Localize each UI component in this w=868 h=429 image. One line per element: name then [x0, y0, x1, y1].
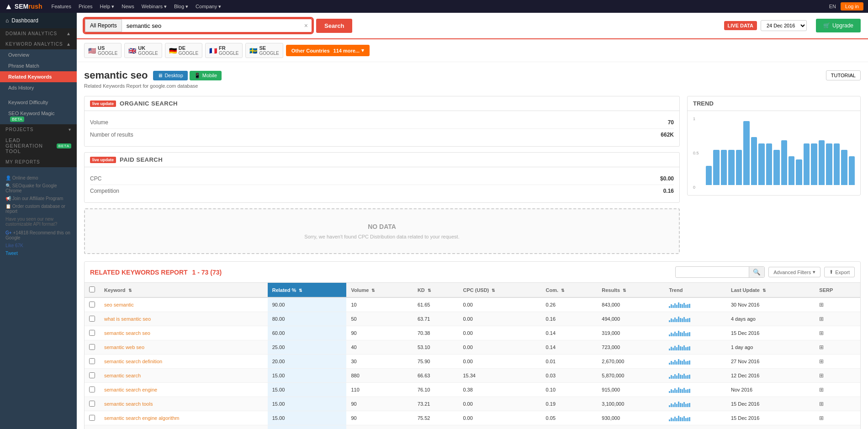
logo[interactable]: ▲ SEM rush — [5, 2, 42, 11]
all-reports-dropdown[interactable]: All Reports — [85, 19, 122, 32]
sidebar-api[interactable]: Have you seen our new customizable API f… — [5, 217, 71, 227]
sidebar-affiliate[interactable]: 📢 Join our Affiliate Program — [5, 196, 71, 201]
keyword-link[interactable]: semantic search definition — [104, 359, 162, 364]
row-checkbox[interactable] — [89, 330, 95, 336]
sidebar-item-seo-keyword-magic[interactable]: SEO Keyword Magic BETA — [0, 108, 77, 124]
filter-input[interactable] — [676, 268, 749, 277]
th-cpc[interactable]: CPC (USD) ⇅ — [458, 283, 541, 297]
row-last-update: 15 Dec 2016 — [726, 397, 815, 411]
th-keyword[interactable]: Keyword ⇅ — [100, 283, 268, 297]
row-checkbox[interactable] — [89, 302, 95, 307]
serp-icon[interactable]: ⊞ — [819, 401, 824, 407]
filter-search-button[interactable]: 🔍 — [749, 267, 764, 277]
nav-help[interactable]: Help ▾ — [100, 4, 115, 10]
keyword-link[interactable]: semantic search engine algorithm — [104, 415, 179, 421]
row-checkbox[interactable] — [89, 401, 95, 407]
row-related: 25.00 — [268, 340, 347, 355]
sidebar-section-lead-gen[interactable]: Lead Generation Tool BETA — [0, 135, 77, 157]
serp-icon[interactable]: ⊞ — [819, 415, 824, 421]
serp-icon[interactable]: ⊞ — [819, 358, 824, 365]
nav-news[interactable]: News — [122, 4, 134, 10]
search-input[interactable] — [122, 19, 301, 32]
sidebar-item-overview[interactable]: Overview — [0, 49, 77, 60]
row-trend — [664, 312, 726, 326]
th-last-update[interactable]: Last Update ⇅ — [726, 283, 815, 297]
select-all-checkbox[interactable] — [89, 286, 95, 292]
sidebar-seoquake[interactable]: 🔍 SEOquake for Google Chrome — [5, 183, 71, 193]
row-checkbox[interactable] — [89, 387, 95, 392]
keyword-link[interactable]: semantic search — [104, 373, 141, 378]
clear-search-button[interactable]: × — [301, 19, 312, 32]
mobile-button[interactable]: 📱 Mobile — [190, 71, 222, 80]
serp-icon[interactable]: ⊞ — [819, 330, 824, 336]
sidebar-section-projects[interactable]: Projects ▾ — [0, 124, 77, 135]
sidebar-google-recommend[interactable]: G+ +14818 Recommend this on Google — [5, 230, 71, 240]
flag-us[interactable]: 🇺🇸 US GOOGLE — [84, 43, 122, 58]
sidebar-facebook-like[interactable]: Like 67K — [5, 243, 71, 248]
tutorial-button[interactable]: TUTORIAL — [826, 70, 861, 80]
sidebar-tweet[interactable]: Tweet — [5, 251, 71, 256]
keyword-link[interactable]: semantic search seo — [104, 330, 150, 336]
sidebar-item-phrase-match[interactable]: Phrase Match — [0, 60, 77, 71]
th-volume[interactable]: Volume ⇅ — [346, 283, 413, 297]
row-checkbox[interactable] — [89, 358, 95, 364]
logo-sem: SEM — [15, 3, 28, 10]
flag-de[interactable]: 🇩🇪 DE GOOGLE — [165, 43, 202, 58]
th-kd[interactable]: KD ⇅ — [413, 283, 459, 297]
chart-bar — [773, 150, 779, 185]
row-results: 930,000 — [597, 411, 664, 425]
serp-icon[interactable]: ⊞ — [819, 372, 824, 379]
th-results[interactable]: Results ⇅ — [597, 283, 664, 297]
row-volume: 90 — [346, 425, 413, 429]
nav-company[interactable]: Company ▾ — [196, 4, 221, 10]
row-checkbox[interactable] — [89, 415, 95, 421]
nav-features[interactable]: Features — [52, 4, 71, 10]
sidebar-section-domain-analytics[interactable]: Domain Analytics ▲ — [0, 28, 77, 39]
th-com[interactable]: Com. ⇅ — [541, 283, 598, 297]
keyword-link[interactable]: semantic search tools — [104, 401, 153, 407]
nav-prices[interactable]: Prices — [79, 4, 93, 10]
row-volume: 10 — [346, 297, 413, 312]
serp-icon[interactable]: ⊞ — [819, 316, 824, 322]
search-button[interactable]: Search — [316, 19, 352, 33]
flag-se[interactable]: 🇸🇪 SE GOOGLE — [245, 43, 283, 58]
row-checkbox[interactable] — [89, 344, 95, 350]
keyword-link[interactable]: what is semantic seo — [104, 316, 151, 322]
two-column-layout: live update ORGANIC SEARCH Volume 70 Num… — [84, 96, 861, 254]
sidebar-custom-db[interactable]: 📋 Order custom database or report — [5, 204, 71, 214]
keyword-link[interactable]: semantic web seo — [104, 344, 144, 350]
flag-fr[interactable]: 🇫🇷 FR GOOGLE — [205, 43, 243, 58]
serp-icon[interactable]: ⊞ — [819, 387, 824, 393]
sidebar-item-dashboard[interactable]: ⌂ Dashboard — [0, 13, 77, 28]
flag-uk[interactable]: 🇬🇧 UK GOOGLE — [124, 43, 162, 58]
other-countries-count: 114 more... — [333, 48, 360, 53]
th-serp[interactable]: SERP — [815, 283, 860, 297]
row-checkbox[interactable] — [89, 316, 95, 322]
sidebar-section-my-reports[interactable]: My Reports — [0, 157, 77, 167]
login-button[interactable]: Log in — [841, 2, 863, 11]
keyword-link[interactable]: semantic search engine — [104, 387, 157, 392]
language-selector[interactable]: EN — [829, 4, 836, 9]
export-button[interactable]: ⬆ Export — [824, 267, 855, 277]
nav-blog[interactable]: Blog ▾ — [174, 4, 188, 10]
serp-icon[interactable]: ⊞ — [819, 344, 824, 350]
desktop-button[interactable]: 🖥 Desktop — [153, 71, 187, 80]
sidebar-online-demo[interactable]: 👤 Online demo — [5, 175, 71, 180]
th-related[interactable]: Related % ⇅ — [268, 283, 347, 297]
sidebar-item-ads-history[interactable]: Ads History — [0, 82, 77, 93]
upgrade-button[interactable]: 🛒 Upgrade — [816, 19, 861, 32]
sidebar-item-related-keywords[interactable]: Related Keywords — [0, 71, 77, 82]
nav-webinars[interactable]: Webinars ▾ — [142, 4, 167, 10]
page-content: semantic seo 🖥 Desktop 📱 Mobile TUTORIAL… — [77, 62, 868, 429]
table-row: semantic search tools 15.00 90 73.21 0.0… — [85, 397, 860, 411]
projects-label: Projects — [5, 127, 33, 132]
advanced-filters-button[interactable]: Advanced Filters ▾ — [768, 267, 820, 277]
row-checkbox[interactable] — [89, 372, 95, 378]
sidebar-item-keyword-difficulty[interactable]: Keyword Difficulty — [0, 97, 77, 108]
sidebar-section-keyword-analytics[interactable]: Keyword Analytics ▲ — [0, 39, 77, 49]
other-countries-dropdown[interactable]: Other Countries 114 more... ▾ — [286, 45, 370, 56]
th-trend[interactable]: Trend — [664, 283, 726, 297]
keyword-link[interactable]: seo semantic — [104, 302, 134, 307]
date-selector[interactable]: 24 Dec 2016 — [761, 20, 807, 31]
serp-icon[interactable]: ⊞ — [819, 302, 824, 308]
